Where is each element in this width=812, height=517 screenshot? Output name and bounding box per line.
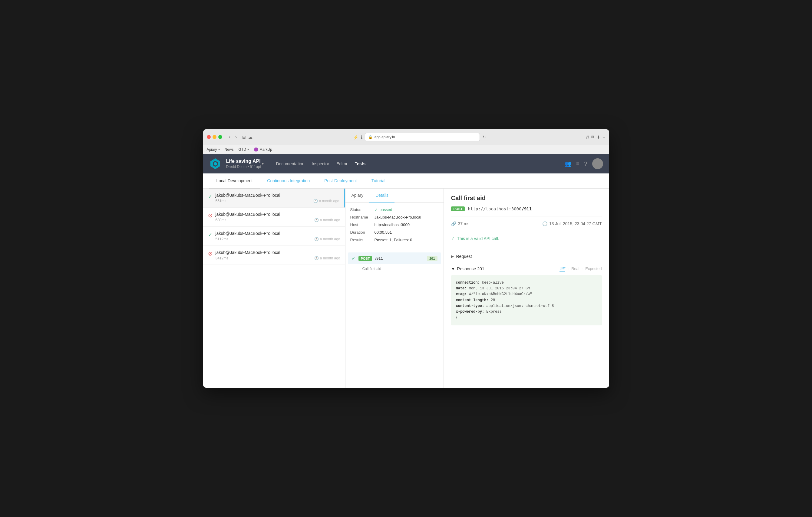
test-run-meta-2: 680ms 🕐 a month ago <box>215 218 340 222</box>
tab-post-deployment[interactable]: Post-Deployment <box>317 174 364 189</box>
info-icon[interactable]: ℹ <box>361 135 362 140</box>
endpoint-description: Call first aid <box>348 267 443 271</box>
lock-icon: 🔒 <box>368 135 373 139</box>
test-run-meta-1: 551ms 🕐 a month ago <box>215 199 339 203</box>
response-action-expected[interactable]: Expected <box>585 266 602 271</box>
nav-inspector[interactable]: Inspector <box>312 161 329 166</box>
call-url-row: POST http://localhost:3000/911 <box>451 207 602 216</box>
response-label: Response 201 <box>457 266 484 271</box>
test-run-meta-3: 5112ms 🕐 a month ago <box>215 237 340 241</box>
call-url-base: http://localhost:3000 <box>468 207 521 211</box>
code-x-powered-by-key: x-powered-by: <box>456 310 485 314</box>
close-button[interactable] <box>207 135 211 139</box>
separator-2: · <box>582 266 583 271</box>
help-icon[interactable]: ? <box>584 161 587 167</box>
clock-icon-2: 🕐 <box>314 218 319 222</box>
nav-editor[interactable]: Editor <box>336 161 348 166</box>
tab-local-development[interactable]: Local Development <box>209 174 260 189</box>
detail-tab-details[interactable]: Details <box>369 189 395 203</box>
separator-1: · <box>568 266 569 271</box>
detail-tab-apiary[interactable]: Apiary <box>345 189 370 203</box>
test-run-name-1: jakub@Jakubs-MacBook-Pro.local <box>215 193 339 197</box>
address-bar[interactable]: 🔒 app.apiary.io <box>365 133 480 141</box>
minimize-button[interactable] <box>212 135 216 139</box>
detail-duration-row: Duration 00:00.551 <box>350 230 439 235</box>
url-display: app.apiary.io <box>375 135 395 139</box>
response-action-diff[interactable]: Diff <box>559 266 565 272</box>
test-run-info-4: jakub@Jakubs-MacBook-Pro.local 3412ms 🕐 … <box>215 250 340 260</box>
bookmark-gtd[interactable]: GTD ▾ <box>238 147 249 152</box>
endpoint-method-badge: POST <box>358 256 372 261</box>
call-method-badge: POST <box>451 207 465 211</box>
extensions-icon[interactable]: ⚡ <box>353 135 358 140</box>
maximize-button[interactable] <box>218 135 222 139</box>
refresh-button[interactable]: ↻ <box>482 135 486 140</box>
status-pass-icon-1: ✓ <box>208 193 212 200</box>
test-run-item-1[interactable]: ✓ jakub@Jakubs-MacBook-Pro.local 551ms 🕐… <box>203 189 345 208</box>
test-run-info-1: jakub@Jakubs-MacBook-Pro.local 551ms 🕐 a… <box>215 193 339 203</box>
status-pass-check: ✓ <box>375 207 378 212</box>
test-run-item-4[interactable]: ⊘ jakub@Jakubs-MacBook-Pro.local 3412ms … <box>203 246 345 265</box>
call-title: Call first aid <box>451 194 602 202</box>
response-code-block: connection: keep-alive date: Mon, 13 Jul… <box>451 275 602 325</box>
test-run-item-3[interactable]: ✓ jakub@Jakubs-MacBook-Pro.local 5112ms … <box>203 227 345 246</box>
menu-icon[interactable]: ≡ <box>576 161 579 167</box>
endpoint-item[interactable]: ✓ POST /911 201 <box>348 252 441 264</box>
traffic-lights <box>207 135 222 139</box>
response-action-real[interactable]: Real <box>571 266 579 271</box>
right-panel: Call first aid POST http://localhost:300… <box>444 189 609 388</box>
test-run-item-2[interactable]: ⊘ jakub@Jakubs-MacBook-Pro.local 680ms 🕐… <box>203 208 345 227</box>
left-panel: ✓ jakub@Jakubs-MacBook-Pro.local 551ms 🕐… <box>203 189 345 388</box>
bookmark-gtd-arrow: ▾ <box>248 148 249 151</box>
bookmark-markup[interactable]: 🟣 MarkUp <box>254 147 272 152</box>
call-url-path: /911 <box>521 207 532 211</box>
nav-documentation[interactable]: Documentation <box>276 161 304 166</box>
address-bar-container: ⚡ ℹ 🔒 app.apiary.io ↻ <box>255 133 584 141</box>
add-tab-button[interactable]: + <box>603 135 605 140</box>
app-header: Life saving API Dredd Demo • 911api ▾ Do… <box>203 154 609 174</box>
window-button[interactable]: ⧉ <box>591 134 594 140</box>
bookmark-apiary-label: Apiary <box>207 147 217 152</box>
endpoint-status-icon: ✓ <box>351 255 355 261</box>
back-button[interactable]: ‹ <box>227 134 232 141</box>
middle-panel: Apiary Details Status ✓ passed Hostname … <box>345 189 444 388</box>
user-avatar[interactable] <box>592 158 603 169</box>
code-date-key: date: <box>456 286 467 291</box>
clock-icon-3: 🕐 <box>314 237 319 241</box>
app-header-right: 👥 ≡ ? <box>564 158 603 169</box>
forward-button[interactable]: › <box>233 134 238 141</box>
bookmark-news[interactable]: News <box>225 147 234 152</box>
cloud-icon[interactable]: ☁ <box>248 135 253 140</box>
tab-view-button[interactable]: ⊞ <box>242 135 246 140</box>
download-button[interactable]: ⬇ <box>597 135 600 140</box>
team-icon[interactable]: 👥 <box>564 160 571 167</box>
code-connection-key: connection: <box>456 281 480 285</box>
call-duration-value: 37 ms <box>458 221 470 226</box>
bookmark-news-label: News <box>225 147 234 152</box>
bookmark-apiary[interactable]: Apiary ▾ <box>207 147 220 152</box>
code-content-type-val: application/json; charset=utf-8 <box>486 304 554 308</box>
detail-hostname-row: Hostname Jakubs-MacBook-Pro.local <box>350 215 439 219</box>
code-content-length-val: 28 <box>491 298 495 302</box>
tab-continuous-integration[interactable]: Continuous Integration <box>260 174 317 189</box>
test-run-meta-4: 3412ms 🕐 a month ago <box>215 256 340 260</box>
code-content-type-key: content-type: <box>456 304 485 308</box>
bookmark-markup-label: MarkUp <box>259 147 272 152</box>
detail-duration-value: 00:00.551 <box>375 230 392 235</box>
detail-hostname-value: Jakubs-MacBook-Pro.local <box>375 215 422 219</box>
app-name: Life saving API <box>226 159 261 164</box>
clock-icon-1: 🕐 <box>313 199 318 203</box>
share-button[interactable]: ⎙ <box>586 135 589 140</box>
valid-call-row: ✓ This is a valid API call. <box>451 236 602 246</box>
tab-tutorial[interactable]: Tutorial <box>364 174 393 189</box>
code-last-line: { <box>456 315 458 320</box>
nav-tests[interactable]: Tests <box>355 161 366 166</box>
code-etag-val: W/"1c-aNxpABnhNG2tlsH4uaCr/w" <box>469 292 532 296</box>
request-section-header[interactable]: ▶ Request <box>451 251 602 262</box>
valid-call-message: This is a valid API call. <box>457 236 499 241</box>
detail-host-row: Host http://localhost:3000 <box>350 222 439 227</box>
detail-results-label: Results <box>350 238 375 242</box>
link-icon: 🔗 <box>451 221 456 226</box>
response-actions: Diff · Real · Expected <box>559 266 602 272</box>
app-title-chevron[interactable]: ▾ <box>262 162 264 166</box>
